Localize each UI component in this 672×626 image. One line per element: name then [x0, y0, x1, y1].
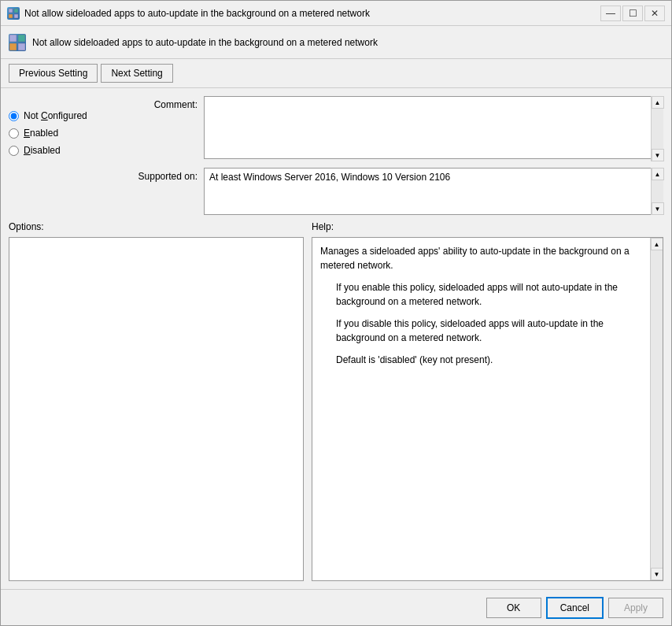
minimize-button[interactable]: — — [600, 6, 621, 21]
help-paragraph-1: Manages a sideloaded apps' ability to au… — [320, 244, 647, 272]
options-panel: Options: — [9, 221, 304, 581]
scroll-up-help[interactable]: ▲ — [651, 238, 663, 250]
svg-rect-5 — [18, 35, 25, 42]
subtitle-bar: Not allow sideloaded apps to auto-update… — [1, 26, 671, 59]
title-bar: Not allow sideloaded apps to auto-update… — [1, 1, 671, 26]
help-paragraph-4: Default is 'disabled' (key not present). — [336, 353, 647, 367]
svg-rect-6 — [9, 43, 17, 50]
svg-rect-1 — [14, 9, 18, 13]
comment-field-group: Comment: ▲ ▼ — [127, 96, 663, 161]
svg-rect-0 — [9, 9, 13, 13]
top-section: Not CNot Configuredonfigured Enabled Dis… — [9, 96, 663, 215]
radio-group: Not CNot Configuredonfigured Enabled Dis… — [9, 96, 119, 215]
previous-setting-button[interactable]: Previous Setting — [9, 64, 98, 83]
subtitle-text: Not allow sideloaded apps to auto-update… — [32, 37, 378, 48]
toolbar: Previous Setting Next Setting — [1, 59, 671, 88]
maximize-button[interactable]: ☐ — [622, 6, 643, 21]
radio-not-configured-label: Not CNot Configuredonfigured — [24, 110, 87, 121]
cancel-button[interactable]: Cancel — [546, 597, 604, 619]
footer: OK Cancel Apply — [1, 589, 671, 625]
radio-enabled[interactable]: Enabled — [9, 128, 119, 139]
help-paragraph-2: If you enable this policy, sideloaded ap… — [336, 280, 647, 309]
radio-enabled-label: Enabled — [24, 128, 58, 139]
options-label: Options: — [9, 221, 304, 232]
window-icon — [7, 7, 20, 20]
supported-value: At least Windows Server 2016, Windows 10… — [205, 169, 663, 186]
svg-rect-7 — [18, 43, 25, 50]
radio-disabled-input[interactable] — [9, 146, 19, 156]
scroll-up-supported[interactable]: ▲ — [652, 168, 664, 180]
scroll-down-comment[interactable]: ▼ — [652, 149, 664, 161]
svg-rect-3 — [14, 14, 18, 18]
radio-not-configured-input[interactable] — [9, 111, 19, 121]
bottom-section: Options: Help: Manages a sideloaded apps… — [9, 221, 663, 581]
scroll-track-help — [651, 250, 663, 568]
radio-disabled-label: Disabled — [24, 145, 61, 156]
radio-disabled[interactable]: Disabled — [9, 145, 119, 156]
scroll-track-supported — [652, 180, 663, 202]
window-controls: — ☐ ✕ — [600, 6, 665, 21]
help-label: Help: — [312, 221, 663, 232]
supported-box: At least Windows Server 2016, Windows 10… — [204, 168, 663, 215]
options-box — [9, 237, 304, 581]
radio-not-configured[interactable]: Not CNot Configuredonfigured — [9, 110, 119, 121]
title-bar-left: Not allow sideloaded apps to auto-update… — [7, 7, 600, 20]
right-section: Comment: ▲ ▼ Supported on: — [127, 96, 663, 215]
radio-enabled-input[interactable] — [9, 128, 19, 139]
comment-label: Comment: — [127, 96, 198, 110]
next-setting-button[interactable]: Next Setting — [101, 64, 172, 83]
scroll-down-help[interactable]: ▼ — [651, 568, 663, 580]
close-button[interactable]: ✕ — [644, 6, 665, 21]
scroll-up-comment[interactable]: ▲ — [652, 96, 664, 109]
help-paragraph-3: If you disable this policy, sideloaded a… — [336, 317, 647, 345]
help-content: Manages a sideloaded apps' ability to au… — [312, 238, 663, 381]
help-panel: Help: Manages a sideloaded apps' ability… — [312, 221, 663, 581]
supported-label: Supported on: — [127, 168, 198, 182]
comment-input[interactable] — [204, 96, 663, 159]
svg-rect-4 — [9, 35, 17, 42]
help-box: Manages a sideloaded apps' ability to au… — [312, 237, 663, 581]
scroll-down-supported[interactable]: ▼ — [652, 202, 664, 215]
content-area: Not CNot Configuredonfigured Enabled Dis… — [1, 88, 671, 589]
main-window: Not allow sideloaded apps to auto-update… — [0, 0, 672, 626]
subtitle-icon — [9, 34, 26, 51]
ok-button[interactable]: OK — [486, 598, 541, 618]
scroll-track-comment — [652, 109, 663, 149]
supported-field-group: Supported on: At least Windows Server 20… — [127, 168, 663, 215]
apply-button[interactable]: Apply — [608, 598, 663, 618]
window-title: Not allow sideloaded apps to auto-update… — [24, 8, 370, 19]
svg-rect-2 — [9, 14, 13, 18]
